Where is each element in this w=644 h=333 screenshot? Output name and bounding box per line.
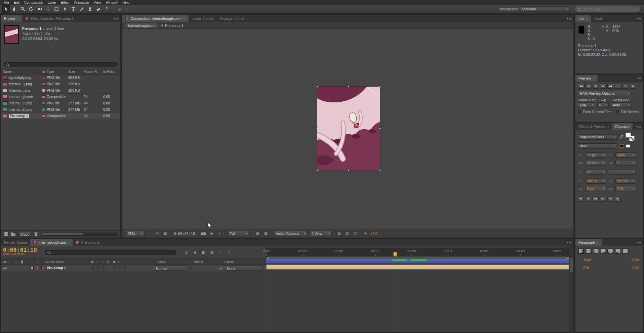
breadcrumb-parent[interactable]: internalroughcum [125, 23, 158, 28]
space-after-value[interactable]: 0 px [632, 265, 639, 269]
full-screen-checkbox[interactable] [616, 110, 619, 113]
from-current-time-checkbox[interactable] [578, 110, 581, 113]
tab-effect-controls[interactable]: Effect Controls: Pre-comp 1 [22, 15, 77, 22]
rotation-tool-icon[interactable] [27, 5, 35, 13]
justify-all-button[interactable] [622, 248, 629, 254]
menu-effect[interactable]: Effect [58, 1, 72, 4]
toolbar-extra-icon[interactable]: ▣ [115, 5, 123, 13]
track-empty-area[interactable] [266, 270, 569, 332]
tab-effects-presets[interactable]: Effects & Presets× [575, 123, 612, 130]
parent-dropdown[interactable]: None▾ [225, 265, 263, 271]
small-caps-button[interactable]: Tᴛ [600, 197, 606, 202]
subscript-button[interactable]: T₁ [615, 197, 621, 202]
all-caps-button[interactable]: TT [593, 197, 599, 202]
exposure-value[interactable]: +0,0 [370, 232, 377, 236]
fast-previews-icon[interactable]: ◫ [352, 231, 358, 236]
timeline-vertical-scrollbar[interactable] [569, 246, 573, 332]
toolbar-extra-icon[interactable]: ◇ [124, 5, 132, 13]
view-options-icon[interactable]: ▤ [336, 231, 342, 236]
type-tool-icon[interactable] [69, 5, 77, 13]
align-right-button[interactable] [593, 248, 599, 254]
faux-bold-button[interactable]: T [578, 197, 584, 202]
column-parent[interactable]: Parent [224, 260, 234, 264]
justify-last-center-button[interactable] [607, 248, 614, 254]
tab-info[interactable]: Info× [575, 15, 591, 22]
brush-tool-icon[interactable] [78, 5, 86, 13]
layer-row[interactable]: 1 Pre-comp 1 Normal▾ ◎ None▾ [1, 265, 266, 271]
view-layout-dropdown[interactable]: 1 View▾ [310, 231, 332, 236]
layer-duration-bar[interactable] [266, 265, 569, 270]
superscript-button[interactable]: T¹ [607, 197, 613, 202]
panel-menu-icon[interactable]: ▾≡ [112, 15, 120, 22]
menu-view[interactable]: View [91, 1, 104, 4]
swap-fill-white-swatch[interactable] [626, 144, 630, 148]
justify-last-right-button[interactable] [615, 248, 621, 254]
tracking-dropdown[interactable]: 0▾ [615, 160, 636, 165]
viewport-timecode[interactable]: 0:00:01:18 [174, 232, 195, 236]
align-left-button[interactable] [578, 248, 584, 254]
panel-menu-icon[interactable]: ▾≡ [565, 239, 573, 246]
clone-stamp-tool-icon[interactable] [86, 5, 94, 13]
camera-dropdown[interactable]: Active Camera▾ [274, 231, 307, 236]
selection-handle[interactable] [348, 86, 349, 87]
region-of-interest-icon[interactable]: ▣ [255, 231, 260, 236]
pixel-aspect-icon[interactable]: ▥ [344, 231, 350, 236]
fill-color-swatch[interactable] [626, 133, 631, 138]
menu-edit[interactable]: Edit [11, 1, 22, 4]
layer-motion-blur-switch[interactable] [118, 266, 121, 270]
menu-window[interactable]: Window [103, 1, 120, 4]
layer-quality-switch[interactable] [102, 266, 105, 270]
layer-frame-blend-switch[interactable] [113, 266, 116, 270]
tsume-dropdown[interactable]: 0 %▾ [615, 186, 636, 191]
breadcrumb-current[interactable]: Pre-comp 1 [165, 23, 183, 28]
label-chip[interactable] [42, 102, 45, 105]
label-chip[interactable] [42, 95, 45, 98]
font-family-dropdown[interactable]: BigNoodleToo0...▾ [578, 134, 617, 140]
blend-mode-dropdown[interactable]: Normal▾ [154, 265, 186, 271]
label-chip[interactable] [42, 83, 45, 86]
puppet-pin-tool-icon[interactable] [103, 5, 111, 13]
kerning-dropdown[interactable]: Metrics▾ [585, 160, 606, 165]
graph-editor-icon[interactable]: ∿ [226, 250, 232, 255]
align-center-button[interactable] [585, 248, 592, 254]
column-mode[interactable]: Mode [158, 260, 166, 264]
column-index[interactable]: # [37, 260, 38, 264]
tab-timeline-precomp1[interactable]: Pre-comp 1 [73, 239, 103, 246]
zoom-tool-icon[interactable] [19, 5, 27, 13]
trash-icon[interactable] [34, 232, 38, 237]
first-frame-button[interactable]: ▮◀ [578, 84, 585, 89]
project-horizontal-scrollbar[interactable] [41, 233, 118, 236]
selection-handle[interactable] [379, 128, 381, 129]
selection-handle[interactable] [379, 170, 381, 172]
project-row[interactable]: interna...5].png PNG file 277 MB 24 0:00 [1, 106, 120, 113]
fill-stroke-swatches[interactable] [626, 133, 635, 141]
left-indent-value[interactable]: 0 px [584, 258, 591, 262]
composition-viewport[interactable] [122, 29, 573, 229]
shape-tool-icon[interactable] [52, 5, 61, 13]
menu-animation[interactable]: Animation [72, 1, 91, 4]
column-t[interactable]: T [188, 260, 190, 264]
safe-guides-icon[interactable]: ▢ [154, 231, 160, 236]
selection-handle[interactable] [316, 128, 318, 129]
current-time-indicator[interactable] [395, 249, 395, 332]
tab-layer[interactable]: Layer: (none) [190, 15, 216, 22]
timeline-search-box[interactable] [45, 250, 176, 255]
column-in-point[interactable]: In Point [103, 70, 118, 74]
column-name[interactable]: Name▲ [1, 70, 40, 74]
hand-tool-icon[interactable] [10, 5, 18, 13]
faux-italic-button[interactable]: T [585, 197, 591, 202]
font-size-dropdown[interactable]: 72 px▾ [585, 152, 606, 158]
layer-collapse-switch[interactable] [96, 266, 100, 270]
eyedropper-icon[interactable] [619, 135, 623, 139]
label-chip[interactable] [42, 76, 45, 79]
previous-frame-button[interactable]: ◀ [585, 84, 592, 89]
timeline-search-input[interactable] [52, 250, 165, 254]
panel-menu-icon[interactable]: ▾≡ [565, 15, 573, 22]
column-type[interactable]: Type [47, 70, 68, 74]
exposure-icon[interactable]: ☀ [362, 231, 368, 236]
label-chip[interactable] [42, 89, 45, 92]
menu-composition[interactable]: Composition [22, 1, 45, 4]
help-search-input[interactable] [582, 7, 629, 11]
play-button[interactable]: ▶ [593, 84, 599, 89]
trkmat-toggle[interactable] [189, 266, 192, 270]
